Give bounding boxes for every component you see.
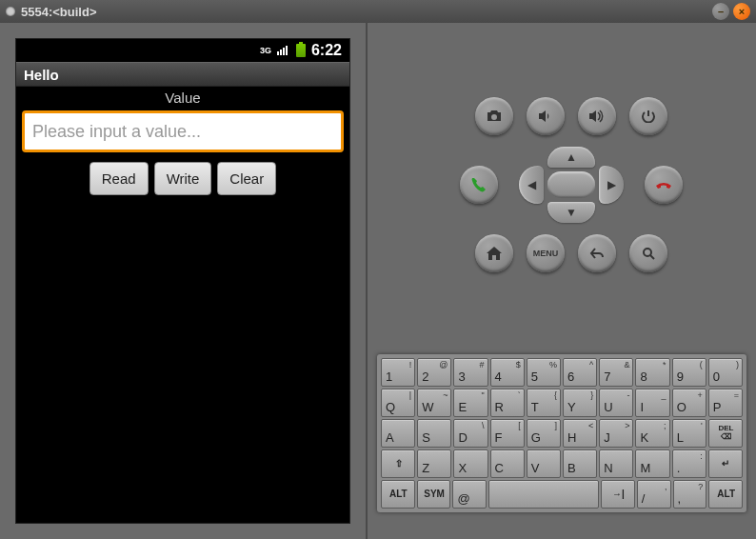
close-button[interactable]: × [733,3,750,20]
key-m[interactable]: M [635,449,669,478]
key-7[interactable]: &7 [599,358,633,387]
value-input[interactable] [22,110,344,152]
dpad-up[interactable]: ▲ [547,147,595,168]
svg-rect-2 [283,48,285,55]
key-4[interactable]: $4 [490,358,525,387]
key-5[interactable]: %5 [527,358,561,387]
key-r[interactable]: `R [490,389,525,417]
key-l[interactable]: 'L [672,419,706,448]
end-call-button[interactable] [645,166,683,204]
key-c[interactable]: C [490,449,525,478]
key-.[interactable]: :. [672,449,706,478]
key-g[interactable]: ]G [527,419,561,448]
key-8[interactable]: *8 [635,358,669,387]
key-0[interactable]: )0 [708,358,743,387]
key-v[interactable]: V [527,449,561,478]
app-title: Hello [24,67,59,83]
emulator-controls-pane: ▲ ▼ ◀ ▶ MENU !1@2#3$4%5^6&7*8(9)0 |Q~W"E… [368,23,756,539]
space-key[interactable] [488,480,599,509]
minimize-button[interactable]: – [712,3,729,20]
svg-rect-0 [277,51,279,55]
dpad-down[interactable]: ▼ [547,202,595,223]
key-1[interactable]: !1 [381,358,415,387]
enter-key[interactable]: ↵ [708,449,743,478]
key-u[interactable]: -U [599,389,633,417]
app-indicator-icon [6,7,15,16]
window-title: 5554:<build> [21,5,96,19]
key-w[interactable]: ~W [417,389,451,417]
svg-rect-3 [286,46,288,55]
signal-icon [277,44,290,58]
key-/[interactable]: ,/ [637,480,671,509]
key-e[interactable]: "E [453,389,487,417]
write-button[interactable]: Write [154,162,212,195]
key-a[interactable]: A [381,419,415,448]
key-3[interactable]: #3 [453,358,487,387]
volume-down-button[interactable] [527,97,565,135]
key-2[interactable]: @2 [417,358,451,387]
android-status-bar: 3G 6:22 [16,39,349,62]
search-button[interactable] [629,234,667,272]
call-button[interactable] [460,166,498,204]
key-,[interactable]: ?, [673,480,707,509]
delete-key[interactable]: DEL⌫ [708,419,743,448]
key-k[interactable]: ;K [635,419,669,448]
window-titlebar: 5554:<build> – × [0,0,756,23]
dpad-left[interactable]: ◀ [519,166,544,204]
app-title-bar: Hello [16,62,349,87]
tab-key[interactable]: →| [601,480,635,509]
key-h[interactable]: <H [563,419,597,448]
key-9[interactable]: (9 [672,358,706,387]
camera-button[interactable] [475,97,513,135]
key-z[interactable]: Z [417,449,451,478]
svg-point-4 [644,249,651,256]
at-key[interactable]: @ [452,480,487,509]
svg-rect-1 [280,50,282,55]
hardware-keyboard: !1@2#3$4%5^6&7*8(9)0 |Q~W"E`R{T}Y-U_I+O=… [377,354,746,512]
key-p[interactable]: =P [708,389,743,417]
value-label: Value [16,87,349,109]
key-x[interactable]: X [453,449,487,478]
dpad-center[interactable] [547,171,595,198]
key-f[interactable]: [F [490,419,525,448]
dpad: ▲ ▼ ◀ ▶ [519,147,624,223]
key-i[interactable]: _I [635,389,669,417]
sym-key[interactable]: SYM [417,480,451,509]
back-button[interactable] [578,234,616,272]
key-6[interactable]: ^6 [563,358,597,387]
device-screen: 3G 6:22 Hello Value Read Write Clear [15,38,350,524]
emulator-screen-pane: 3G 6:22 Hello Value Read Write Clear [0,23,366,539]
dpad-right[interactable]: ▶ [599,166,624,204]
alt-key-right[interactable]: ALT [708,480,743,509]
power-button[interactable] [629,97,667,135]
key-y[interactable]: }Y [563,389,597,417]
volume-up-button[interactable] [578,97,616,135]
key-s[interactable]: S [417,419,451,448]
key-d[interactable]: \D [453,419,487,448]
key-n[interactable]: N [599,449,633,478]
key-t[interactable]: {T [527,389,561,417]
key-o[interactable]: +O [672,389,706,417]
shift-key[interactable]: ⇧ [381,449,415,478]
home-button[interactable] [475,234,513,272]
read-button[interactable]: Read [90,162,149,195]
menu-button[interactable]: MENU [527,234,565,272]
battery-icon [296,44,306,57]
key-q[interactable]: |Q [381,389,415,417]
clock: 6:22 [311,42,342,59]
clear-button[interactable]: Clear [217,162,276,195]
network-indicator: 3G [260,46,271,55]
key-b[interactable]: B [563,449,597,478]
alt-key[interactable]: ALT [381,480,415,509]
key-j[interactable]: >J [599,419,633,448]
